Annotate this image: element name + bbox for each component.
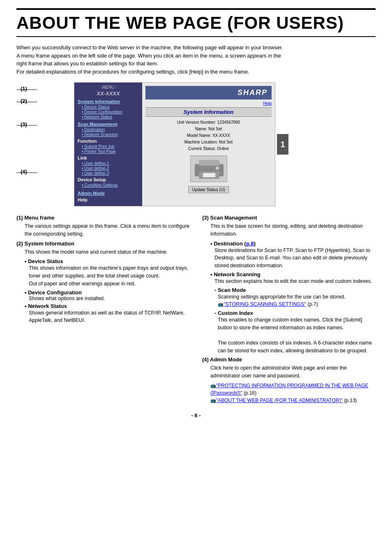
intro-line4: For detailed explanations of the procedu… <box>16 69 249 75</box>
printer-icon <box>190 155 227 182</box>
desc-bullet-destination: • Destination (p.8) Store destinations f… <box>210 240 376 270</box>
sharp-header: SHARP <box>145 86 272 99</box>
link-destination-p8[interactable]: p.8 <box>246 240 254 247</box>
menu-section-function: Function <box>78 139 139 143</box>
arrow-lines <box>4 82 37 201</box>
menu-item-device-config[interactable]: • Device Configuration <box>82 110 139 114</box>
desc-text-destination: Store destinations for Scan to FTP, Scan… <box>214 247 376 270</box>
menu-item-network-scanning[interactable]: • Network Scanning <box>82 132 139 137</box>
desc-custom-index: - Custom Index This enables to change cu… <box>214 310 376 355</box>
desc-scan-mode: - Scan Mode Scanning settings appropriat… <box>214 287 376 309</box>
desc-text-network-status: Shows general information as well as the… <box>29 309 190 325</box>
link-storing-scan-settings[interactable]: "STORING SCANNING SETTINGS" <box>224 301 306 307</box>
link-protecting-info[interactable]: "PROTECTING INFORMATION PROGRAMMED IN TH… <box>210 383 368 396</box>
menu-item-condition-settings[interactable]: • Condition Settings <box>82 183 139 187</box>
menu-item-admin-mode[interactable]: Admin Mode <box>78 191 139 196</box>
description-sections: (1) Menu frame The various settings appe… <box>16 215 376 404</box>
desc-text-network-scanning: This section explains how to edit the sc… <box>214 278 376 285</box>
desc-text-2-intro: This shows the model name and current st… <box>25 248 190 256</box>
desc-heading-2: (2) System Information <box>16 240 190 247</box>
intro-line2: A menu frame appears on the left side of… <box>16 53 281 59</box>
svg-rect-7 <box>203 173 215 177</box>
menu-model-label: XX-XXXX <box>78 90 139 97</box>
menu-title-label: - MENU - <box>78 85 139 90</box>
menu-section-scan: Scan Management <box>78 122 139 127</box>
sys-info-details: Unit Version Number: 1234567890 Name: No… <box>145 119 272 152</box>
svg-rect-5 <box>199 160 219 166</box>
right-desc-col: (3) Scan Management This is the base scr… <box>202 215 376 404</box>
menu-item-user-define-2[interactable]: • User define-2 <box>82 166 139 171</box>
desc-bullet-network-status: • Network Status Shows general informati… <box>25 303 190 325</box>
menu-item-help[interactable]: Help <box>78 197 139 202</box>
icon-ref-about-web: 📺 <box>210 398 216 403</box>
desc-heading-3: (3) Scan Management <box>202 215 376 221</box>
page-title: ABOUT THE WEB PAGE (FOR USERS) <box>16 8 376 37</box>
screenshot-frame: - MENU - XX-XXXX System Information • De… <box>74 82 275 206</box>
link-about-web-admin[interactable]: "ABOUT THE WEB PAGE (FOR THE ADMINISTRAT… <box>216 398 343 403</box>
desc-text-device-config: Shows what options are installed. <box>29 296 190 301</box>
intro-line3: right frame that allows you to establish… <box>16 60 158 67</box>
menu-section-device-setup: Device Setup <box>78 177 139 182</box>
help-link[interactable]: Help <box>145 101 272 106</box>
desc-text-1: The various settings appear in this fram… <box>25 222 190 238</box>
desc-text-4-intro: Click here to open the adminstrator Web … <box>210 364 376 380</box>
menu-section-link: Link <box>78 155 139 160</box>
content-panel: SHARP Help System Information Unit Versi… <box>142 83 275 206</box>
menu-item-device-status[interactable]: • Device Status <box>82 105 139 109</box>
icon-ref-protecting: 📺 <box>210 383 216 388</box>
svg-point-8 <box>216 166 219 170</box>
menu-item-submit-print[interactable]: • Submit Print Job <box>82 144 139 149</box>
desc-bullet-device-config: • Device Configuration Shows what option… <box>25 289 190 301</box>
sys-info-panel-title: System Information <box>145 107 272 117</box>
intro-line1: When you successfully connect to the Web… <box>16 44 283 51</box>
desc-bullet-network-scanning: • Network Scanning This section explains… <box>210 271 376 285</box>
desc-text-3-intro: This is the base screen for storing, edi… <box>210 222 376 238</box>
menu-section-sysinfo: System Information <box>78 99 139 104</box>
menu-item-destination[interactable]: • Destination <box>82 127 139 132</box>
icon-ref-scan: 📺 <box>218 302 224 307</box>
left-desc-col: (1) Menu frame The various settings appe… <box>16 215 190 404</box>
update-status-button[interactable]: Update Status (U) <box>145 186 272 193</box>
intro-paragraph: When you successfully connect to the Web… <box>16 44 376 76</box>
desc-bullet-device-status: • Device Status This shows information o… <box>25 258 190 287</box>
page-number: - 6 - <box>16 412 376 419</box>
diagram-container: (1) (2) (3) (4) - MENU - XX <box>21 82 275 206</box>
menu-panel: - MENU - XX-XXXX System Information • De… <box>74 83 142 206</box>
menu-item-network-status[interactable]: • Network Status <box>82 115 139 119</box>
menu-item-printer-test[interactable]: • Printer Test Page <box>82 149 139 154</box>
printer-image <box>145 155 272 183</box>
menu-item-user-define-3[interactable]: • User define-3 <box>82 171 139 176</box>
chapter-tab: 1 <box>277 134 288 155</box>
desc-heading-4: (4) Admin Mode <box>202 356 376 363</box>
desc-text-device-status: This shows information on the machine's … <box>29 264 190 287</box>
menu-item-user-define-1[interactable]: • User define-1 <box>82 161 139 166</box>
desc-heading-1: (1) Menu frame <box>16 215 190 221</box>
